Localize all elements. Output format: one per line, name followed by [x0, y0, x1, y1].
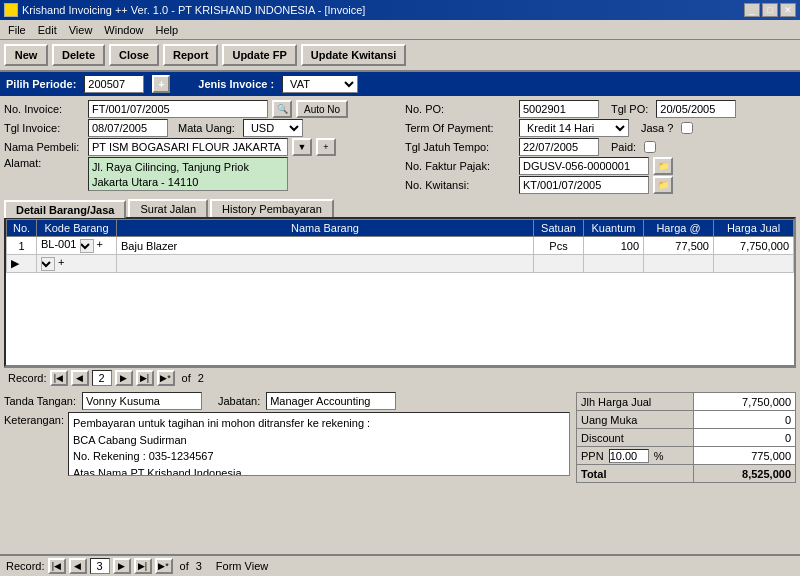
cell-satuan-new [534, 255, 584, 273]
no-invoice-search-btn[interactable]: 🔍 [272, 100, 292, 118]
alamat-display: Jl. Raya Cilincing, Tanjung Priok Jakart… [88, 157, 288, 191]
status-nav-last[interactable]: ▶| [134, 558, 152, 574]
cell-harga: 77,500 [644, 237, 714, 255]
no-faktur-pajak-input[interactable] [519, 157, 649, 175]
table-nav-prev[interactable]: ◀ [71, 370, 89, 386]
jabatan-label: Jabatan: [218, 395, 260, 407]
keterangan-display: Pembayaran untuk tagihan ini mohon ditra… [68, 412, 570, 476]
cell-harga-jual: 7,750,000 [714, 237, 794, 255]
status-record-nav: Record: |◀ ◀ 3 ▶ ▶| ▶* of 3 [6, 558, 202, 574]
jabatan-input[interactable] [266, 392, 396, 410]
no-kwitansi-input[interactable] [519, 176, 649, 194]
ppn-value: 775,000 [693, 447, 795, 465]
mata-uang-select[interactable]: USDIDR [243, 119, 303, 137]
new-button[interactable]: New [4, 44, 48, 66]
cell-harga-new [644, 255, 714, 273]
menu-help[interactable]: Help [149, 22, 184, 38]
table-row[interactable]: 1 BL-001 + Baju Blazer Pcs 100 77,500 7,… [7, 237, 794, 255]
term-of-payment-select[interactable]: Kredit 14 Hari [519, 119, 629, 137]
menu-edit[interactable]: Edit [32, 22, 63, 38]
kode-add-btn-new[interactable]: + [58, 256, 64, 268]
ppn-label: PPN % [577, 447, 694, 465]
paid-label: Paid: [611, 141, 636, 153]
tgl-po-input[interactable] [656, 100, 736, 118]
cell-nama-new [117, 255, 534, 273]
delete-button[interactable]: Delete [52, 44, 105, 66]
table-row-new[interactable]: ▶ + [7, 255, 794, 273]
bottom-area: Tanda Tangan: Jabatan: Keterangan: Pemba… [4, 392, 796, 483]
no-po-label: No. PO: [405, 103, 515, 115]
table-nav-first[interactable]: |◀ [50, 370, 68, 386]
ppn-pct-input[interactable] [609, 449, 649, 463]
window-title: Krishand Invoicing ++ Ver. 1.0 - PT KRIS… [22, 4, 365, 16]
table-nav-new[interactable]: ▶* [157, 370, 175, 386]
col-harga: Harga @ [644, 220, 714, 237]
table-record-current: 2 [92, 370, 112, 386]
col-kuantum: Kuantum [584, 220, 644, 237]
status-nav-first[interactable]: |◀ [48, 558, 66, 574]
total-label: Total [577, 465, 694, 483]
nama-pembeli-input[interactable] [88, 138, 288, 156]
cell-no: 1 [7, 237, 37, 255]
tgl-jatuh-tempo-input[interactable] [519, 138, 599, 156]
cell-kuantum: 100 [584, 237, 644, 255]
tgl-invoice-input[interactable] [88, 119, 168, 137]
update-kwitansi-button[interactable]: Update Kwitansi [301, 44, 407, 66]
menu-file[interactable]: File [2, 22, 32, 38]
cell-kode: BL-001 + [37, 237, 117, 255]
auto-no-btn[interactable]: Auto No [296, 100, 348, 118]
tanda-tangan-input[interactable] [82, 392, 202, 410]
close-btn[interactable]: ✕ [780, 3, 796, 17]
menu-window[interactable]: Window [98, 22, 149, 38]
col-no: No. [7, 220, 37, 237]
jasa-label: Jasa ? [641, 122, 673, 134]
table-nav-next[interactable]: ▶ [115, 370, 133, 386]
keterangan-line-4: Atas Nama PT Krishand Indonesia [73, 465, 565, 477]
keterangan-label: Keterangan: [4, 414, 64, 426]
table-record-nav: Record: |◀ ◀ 2 ▶ ▶| ▶* of 2 [4, 367, 796, 388]
restore-btn[interactable]: □ [762, 3, 778, 17]
keterangan-line-1: Pembayaran untuk tagihan ini mohon ditra… [73, 415, 565, 432]
kwitansi-browse-btn[interactable]: 📁 [653, 176, 673, 194]
status-record-total: 3 [196, 560, 202, 572]
period-input[interactable] [84, 75, 144, 93]
report-button[interactable]: Report [163, 44, 218, 66]
period-bar: Pilih Periode: + Jenis Invoice : VAT NON… [0, 72, 800, 96]
toolbar: New Delete Close Report Update FP Update… [0, 40, 800, 72]
status-nav-new[interactable]: ▶* [155, 558, 173, 574]
period-label: Pilih Periode: [6, 78, 76, 90]
table-record-total: 2 [198, 372, 204, 384]
kode-dropdown[interactable] [80, 239, 94, 253]
update-fp-button[interactable]: Update FP [222, 44, 296, 66]
jenis-label: Jenis Invoice : [198, 78, 274, 90]
jenis-select[interactable]: VAT NON VAT [282, 75, 358, 93]
cell-kode-new: + [37, 255, 117, 273]
nama-pembeli-add-btn[interactable]: + [316, 138, 336, 156]
paid-checkbox[interactable] [644, 141, 656, 153]
nama-pembeli-dropdown-btn[interactable]: ▼ [292, 138, 312, 156]
no-po-input[interactable] [519, 100, 599, 118]
faktur-browse-btn[interactable]: 📁 [653, 157, 673, 175]
status-record-current: 3 [90, 558, 110, 574]
tab-history-pembayaran[interactable]: History Pembayaran [210, 199, 334, 217]
tab-detail-barang[interactable]: Detail Barang/Jasa [4, 200, 126, 218]
jasa-checkbox[interactable] [681, 122, 693, 134]
col-satuan: Satuan [534, 220, 584, 237]
tgl-invoice-label: Tgl Invoice: [4, 122, 84, 134]
main-content: No. Invoice: 🔍 Auto No Tgl Invoice: Mata… [0, 96, 800, 487]
minimize-btn[interactable]: _ [744, 3, 760, 17]
cell-nama: Baju Blazer [117, 237, 534, 255]
status-nav-next[interactable]: ▶ [113, 558, 131, 574]
close-button[interactable]: Close [109, 44, 159, 66]
table-nav-last[interactable]: ▶| [136, 370, 154, 386]
no-invoice-input[interactable] [88, 100, 268, 118]
tab-surat-jalan[interactable]: Surat Jalan [128, 199, 208, 217]
col-kode: Kode Barang [37, 220, 117, 237]
kode-add-btn[interactable]: + [97, 238, 103, 250]
status-nav-prev[interactable]: ◀ [69, 558, 87, 574]
items-table: No. Kode Barang Nama Barang Satuan Kuant… [6, 219, 794, 273]
menu-view[interactable]: View [63, 22, 99, 38]
period-plus-btn[interactable]: + [152, 75, 170, 93]
no-kwitansi-label: No. Kwitansi: [405, 179, 515, 191]
kode-dropdown-new[interactable] [41, 257, 55, 271]
